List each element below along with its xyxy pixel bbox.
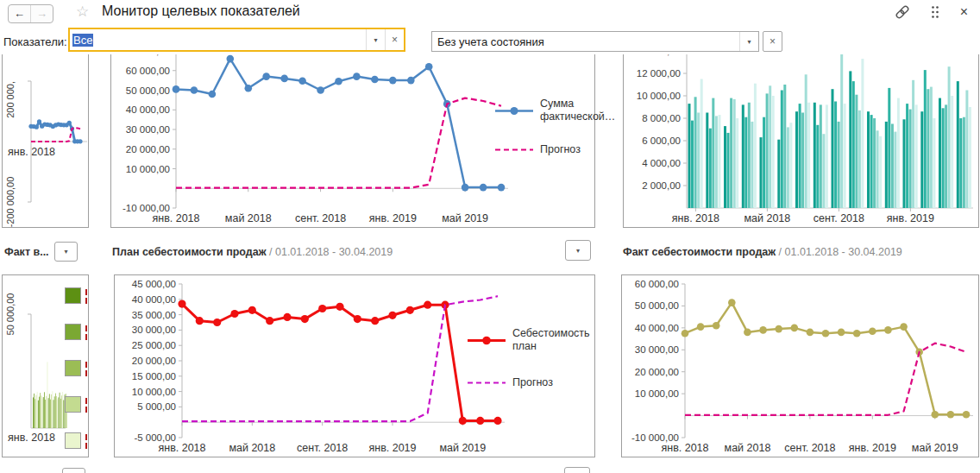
legend-item-fact: Сумма фактической… xyxy=(494,98,591,124)
svg-text:35 000,00: 35 000,00 xyxy=(132,310,176,320)
revenue-legend: Сумма фактической… Прогноз xyxy=(494,98,591,156)
more-menu-icon[interactable] xyxy=(931,5,939,19)
fact-v-title: Факт в... xyxy=(4,246,49,258)
clear-icon[interactable]: × xyxy=(385,29,404,50)
legend-color-swatch xyxy=(65,287,81,304)
svg-text:янв. 2018: янв. 2018 xyxy=(8,146,55,158)
svg-text:янв. 2018: янв. 2018 xyxy=(661,442,708,454)
svg-text:май 2018: май 2018 xyxy=(229,442,275,454)
state-combobox[interactable]: Без учета состояния ▾ xyxy=(431,31,759,52)
svg-text:60 000,00: 60 000,00 xyxy=(635,279,679,289)
svg-text:май 2018: май 2018 xyxy=(225,212,272,224)
legend-label-fragment xyxy=(85,398,87,404)
indicators-label: Показатели: xyxy=(3,35,67,48)
close-icon[interactable]: × xyxy=(960,5,968,19)
chevron-down-icon[interactable]: ▾ xyxy=(739,32,758,51)
dashed-line-sample-icon xyxy=(494,144,534,155)
svg-text:4 000,00: 4 000,00 xyxy=(642,158,681,168)
svg-text:5 000,00: 5 000,00 xyxy=(137,401,176,412)
next-row-dropdown-stub[interactable] xyxy=(62,468,85,473)
legend-label-fragment xyxy=(85,407,87,413)
legend-label-fragment xyxy=(85,362,87,368)
legend-label-fragment xyxy=(85,289,87,295)
svg-text:янв. 2019: янв. 2019 xyxy=(849,442,896,454)
svg-text:45 000,00: 45 000,00 xyxy=(132,279,176,289)
legend-item-plan: Себестоимость план xyxy=(467,327,569,354)
svg-text:-200 000,00: -200 000,00 xyxy=(5,177,16,227)
svg-text:30 000,00: 30 000,00 xyxy=(635,344,679,355)
window-title: Монитор целевых показателей xyxy=(102,3,300,19)
history-nav-group: ← → xyxy=(8,4,53,23)
fact-cost-chart[interactable]: 60 000,0050 000,0040 000,0030 000,0020 0… xyxy=(622,275,978,457)
svg-text:40 000,00: 40 000,00 xyxy=(126,104,170,115)
svg-text:янв. 2019: янв. 2019 xyxy=(368,442,416,454)
legend-color-swatch xyxy=(65,396,81,413)
svg-text:янв. 2019: янв. 2019 xyxy=(887,212,934,224)
back-button[interactable]: ← xyxy=(9,5,30,22)
mini-revenue-chart[interactable]: 200 000,-200 000,00янв. 2018 xyxy=(3,42,88,227)
svg-text:10 000,00: 10 000,00 xyxy=(126,164,170,174)
legend-label: Прогноз xyxy=(540,143,581,156)
svg-text:50 000,00: 50 000,00 xyxy=(5,293,16,336)
line-marker-sample-icon xyxy=(494,105,534,117)
svg-text:сент. 2018: сент. 2018 xyxy=(784,442,835,454)
dashed-line-sample-icon xyxy=(467,377,506,388)
chart-panel-mini-revenue: 200 000,-200 000,00янв. 2018 xyxy=(2,41,89,228)
favorites-star-icon[interactable]: ☆ xyxy=(76,3,89,21)
state-clear-button[interactable]: × xyxy=(763,31,782,52)
toolbar-right-icons: × xyxy=(895,4,968,20)
svg-text:25 000,00: 25 000,00 xyxy=(132,340,176,350)
fact-cost-title: Факт себестоимости продаж / 01.01.2018 -… xyxy=(623,246,902,258)
legend-color-swatch xyxy=(65,324,81,340)
fact-cost-period: / 01.01.2018 - 30.04.2019 xyxy=(776,246,902,258)
chart-panel-revenue: 70 000,0060 000,0050 000,0040 000,0030 0… xyxy=(110,41,595,228)
svg-text:20 000,00: 20 000,00 xyxy=(126,144,170,155)
svg-text:сент. 2018: сент. 2018 xyxy=(297,442,348,454)
chart-panel-fact-cost: 60 000,0050 000,0040 000,0030 000,0020 0… xyxy=(621,274,979,457)
svg-text:6 000,00: 6 000,00 xyxy=(642,136,681,146)
indicators-value: Все xyxy=(72,34,93,47)
svg-text:янв. 2018: янв. 2018 xyxy=(152,212,199,224)
state-value: Без учета состояния xyxy=(432,35,739,48)
legend-label-fragment xyxy=(85,334,87,340)
svg-text:200 000,: 200 000, xyxy=(5,81,16,118)
svg-text:10 000,00: 10 000,00 xyxy=(635,388,679,399)
toolbar: ← → ☆ Монитор целевых показателей × П xyxy=(0,0,980,54)
svg-text:30 000,00: 30 000,00 xyxy=(132,325,176,335)
fact-bars-chart[interactable]: 14 000,0012 000,0010 000,008 000,006 000… xyxy=(624,42,978,227)
legend-item-forecast: Прогноз xyxy=(467,376,569,389)
legend-label: Прогноз xyxy=(512,376,553,389)
forward-button[interactable]: → xyxy=(30,5,53,22)
next-row-dropdown-stub[interactable] xyxy=(564,467,590,473)
fact-v-dropdown-button[interactable]: ▾ xyxy=(54,242,78,262)
legend-label-fragment xyxy=(85,370,87,376)
svg-text:20 000,00: 20 000,00 xyxy=(635,367,679,377)
svg-text:40 000,00: 40 000,00 xyxy=(132,294,176,305)
legend-color-swatch xyxy=(65,432,81,449)
svg-text:2 000,00: 2 000,00 xyxy=(642,180,681,191)
chevron-down-icon[interactable]: ▾ xyxy=(366,29,385,50)
svg-text:янв. 2018: янв. 2018 xyxy=(8,432,55,444)
svg-text:янв. 2019: янв. 2019 xyxy=(369,212,417,224)
plan-cost-dropdown-button[interactable]: ▾ xyxy=(565,240,591,261)
legend-item-forecast: Прогноз xyxy=(494,143,591,156)
svg-text:янв. 2018: янв. 2018 xyxy=(158,442,205,454)
svg-text:май 2019: май 2019 xyxy=(442,212,488,224)
indicators-combobox[interactable]: Все ▾ × xyxy=(68,28,405,52)
svg-text:15 000,00: 15 000,00 xyxy=(132,371,176,382)
legend-label-fragment xyxy=(85,325,87,331)
link-icon[interactable] xyxy=(895,4,910,20)
svg-text:8 000,00: 8 000,00 xyxy=(642,113,681,123)
svg-text:10 000,00: 10 000,00 xyxy=(132,387,176,397)
svg-text:40 000,00: 40 000,00 xyxy=(635,323,679,333)
indicators-input[interactable]: Все xyxy=(70,34,366,47)
legend-label-fragment xyxy=(85,298,87,304)
svg-text:май 2019: май 2019 xyxy=(912,442,958,454)
chart-panel-plan-cost: 45 000,0040 000,0035 000,0030 000,0025 0… xyxy=(114,274,595,457)
svg-text:12 000,00: 12 000,00 xyxy=(637,68,681,79)
chart-panel-fact-bars: 14 000,0012 000,0010 000,008 000,006 000… xyxy=(623,41,979,228)
svg-text:май 2019: май 2019 xyxy=(439,442,486,454)
plan-cost-title: План себестоимости продаж / 01.01.2018 -… xyxy=(112,246,393,258)
svg-text:50 000,00: 50 000,00 xyxy=(126,85,170,96)
svg-text:май 2018: май 2018 xyxy=(725,442,771,454)
